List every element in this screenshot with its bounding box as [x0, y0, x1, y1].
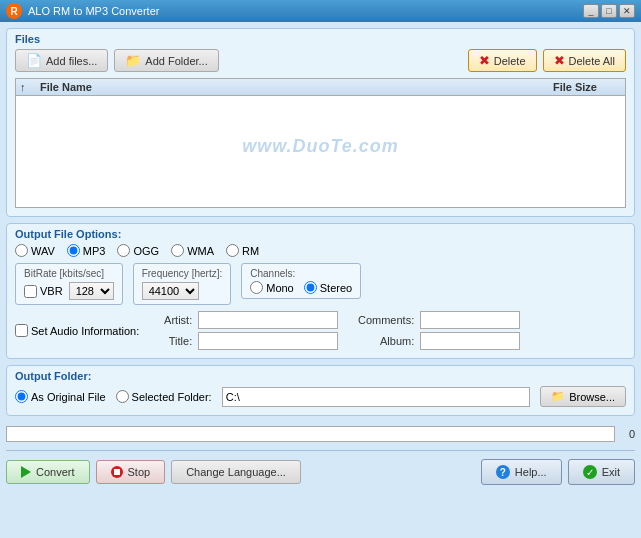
- title-input[interactable]: [198, 332, 338, 350]
- files-section-label: Files: [15, 33, 626, 45]
- delete-label: Delete: [494, 55, 526, 67]
- size-column: File Size: [521, 81, 601, 93]
- artist-comments-row: Artist: Comments:: [147, 311, 626, 329]
- maximize-button[interactable]: □: [601, 4, 617, 18]
- selected-folder-option[interactable]: Selected Folder:: [116, 390, 212, 403]
- watermark-area: www.DuoTe.com: [16, 96, 625, 196]
- stereo-radio[interactable]: [304, 281, 317, 294]
- progress-container: 0: [6, 422, 635, 446]
- audio-info-label: Set Audio Information:: [31, 325, 139, 337]
- format-ogg-radio[interactable]: [117, 244, 130, 257]
- frequency-content: 44100 22050 11025 8000: [142, 282, 223, 300]
- main-container: Files 📄 Add files... 📁 Add Folder... ✖ D…: [0, 22, 641, 538]
- stereo-label: Stereo: [320, 282, 352, 294]
- audio-info-row: Set Audio Information: Artist: Comments:…: [15, 311, 626, 350]
- format-ogg[interactable]: OGG: [117, 244, 159, 257]
- format-mp3-radio[interactable]: [67, 244, 80, 257]
- title-album-row: Title: Album:: [147, 332, 626, 350]
- options-row: BitRate [kbits/sec] VBR 128 64 96 160 19…: [15, 263, 626, 305]
- help-button[interactable]: ? Help...: [481, 459, 562, 485]
- window-controls[interactable]: _ □ ✕: [583, 4, 635, 18]
- channels-label: Channels:: [250, 268, 352, 279]
- format-wav-radio[interactable]: [15, 244, 28, 257]
- selected-folder-label: Selected Folder:: [132, 391, 212, 403]
- format-mp3[interactable]: MP3: [67, 244, 106, 257]
- divider: [6, 450, 635, 451]
- convert-label: Convert: [36, 466, 75, 478]
- folder-path-input[interactable]: [222, 387, 530, 407]
- window-title: ALO RM to MP3 Converter: [28, 5, 159, 17]
- channels-group: Channels: Mono Stereo: [241, 263, 361, 299]
- vbr-checkbox[interactable]: [24, 285, 37, 298]
- progress-count: 0: [619, 428, 635, 440]
- format-wav[interactable]: WAV: [15, 244, 55, 257]
- watermark-text: www.DuoTe.com: [242, 136, 399, 157]
- output-folder-label: Output Folder:: [15, 370, 626, 382]
- help-icon: ?: [496, 465, 510, 479]
- convert-play-icon: [21, 466, 31, 478]
- exit-label: Exit: [602, 466, 620, 478]
- audio-info-checkbox[interactable]: [15, 324, 28, 337]
- format-wav-label: WAV: [31, 245, 55, 257]
- format-wma-radio[interactable]: [171, 244, 184, 257]
- sort-column: ↑: [20, 81, 40, 93]
- exit-button[interactable]: ✓ Exit: [568, 459, 635, 485]
- stereo-option[interactable]: Stereo: [304, 281, 352, 294]
- stop-button[interactable]: Stop: [96, 460, 166, 484]
- comments-label: Comments:: [354, 314, 414, 326]
- format-rm-label: RM: [242, 245, 259, 257]
- audio-info-fields: Artist: Comments: Title: Album:: [147, 311, 626, 350]
- frequency-label: Frequency [hertz]:: [142, 268, 223, 279]
- format-rm-radio[interactable]: [226, 244, 239, 257]
- as-original-option[interactable]: As Original File: [15, 390, 106, 403]
- file-list[interactable]: ↑ File Name File Size www.DuoTe.com: [15, 78, 626, 208]
- title-label: Title:: [147, 335, 192, 347]
- vbr-option[interactable]: VBR: [24, 285, 63, 298]
- frequency-select[interactable]: 44100 22050 11025 8000: [142, 282, 199, 300]
- add-files-button[interactable]: 📄 Add files...: [15, 49, 108, 72]
- mono-option[interactable]: Mono: [250, 281, 294, 294]
- browse-label: Browse...: [569, 391, 615, 403]
- add-folder-button[interactable]: 📁 Add Folder...: [114, 49, 218, 72]
- change-language-button[interactable]: Change Language...: [171, 460, 301, 484]
- titlebar-left: R ALO RM to MP3 Converter: [6, 3, 159, 19]
- delete-icon: ✖: [479, 53, 490, 68]
- browse-button[interactable]: 📁 Browse...: [540, 386, 626, 407]
- convert-button[interactable]: Convert: [6, 460, 90, 484]
- bitrate-content: VBR 128 64 96 160 192 256 320: [24, 282, 114, 300]
- album-label: Album:: [354, 335, 414, 347]
- format-ogg-label: OGG: [133, 245, 159, 257]
- as-original-radio[interactable]: [15, 390, 28, 403]
- delete-button[interactable]: ✖ Delete: [468, 49, 537, 72]
- as-original-label: As Original File: [31, 391, 106, 403]
- format-mp3-label: MP3: [83, 245, 106, 257]
- bitrate-label: BitRate [kbits/sec]: [24, 268, 114, 279]
- mono-label: Mono: [266, 282, 294, 294]
- set-audio-info[interactable]: Set Audio Information:: [15, 324, 139, 337]
- delete-all-label: Delete All: [569, 55, 615, 67]
- format-row: WAV MP3 OGG WMA RM: [15, 244, 626, 257]
- stop-label: Stop: [128, 466, 151, 478]
- format-wma[interactable]: WMA: [171, 244, 214, 257]
- artist-input[interactable]: [198, 311, 338, 329]
- mono-radio[interactable]: [250, 281, 263, 294]
- album-input[interactable]: [420, 332, 520, 350]
- channels-row: Mono Stereo: [250, 281, 352, 294]
- add-folder-icon: 📁: [125, 53, 141, 68]
- format-rm[interactable]: RM: [226, 244, 259, 257]
- progress-bar-container: [6, 426, 615, 442]
- output-folder-section: Output Folder: As Original File Selected…: [6, 365, 635, 416]
- output-options-section: Output File Options: WAV MP3 OGG WMA RM: [6, 223, 635, 359]
- bitrate-select[interactable]: 128 64 96 160 192 256 320: [69, 282, 114, 300]
- selected-folder-radio[interactable]: [116, 390, 129, 403]
- add-files-label: Add files...: [46, 55, 97, 67]
- comments-input[interactable]: [420, 311, 520, 329]
- add-folder-label: Add Folder...: [145, 55, 207, 67]
- artist-label: Artist:: [147, 314, 192, 326]
- close-button[interactable]: ✕: [619, 4, 635, 18]
- delete-all-button[interactable]: ✖ Delete All: [543, 49, 626, 72]
- frequency-group: Frequency [hertz]: 44100 22050 11025 800…: [133, 263, 232, 305]
- exit-icon: ✓: [583, 465, 597, 479]
- change-language-label: Change Language...: [186, 466, 286, 478]
- minimize-button[interactable]: _: [583, 4, 599, 18]
